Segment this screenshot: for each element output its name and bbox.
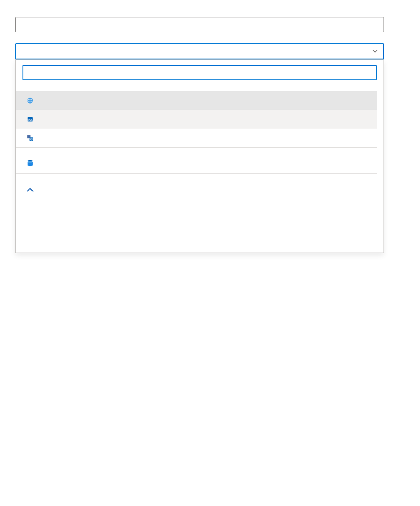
avro-icon [26,186,34,194]
sql-mi-icon: SQL [26,134,34,142]
source-type-dropdown: SQL SQL [15,59,384,253]
svg-text:SQL: SQL [28,118,33,121]
svg-point-8 [28,161,33,163]
option-azure-sql-mi[interactable]: SQL [16,129,377,147]
dropdown-filter-input[interactable] [22,65,377,80]
sql-server-icon [26,160,34,168]
dropdown-group-file [16,173,377,180]
svg-point-0 [27,98,33,104]
sql-db-icon: SQL [26,115,34,124]
svg-point-7 [28,160,33,161]
chevron-down-icon [372,48,378,54]
source-type-select[interactable] [15,43,384,59]
option-avro[interactable] [16,180,377,199]
cdc-name-input[interactable] [15,17,384,32]
dropdown-group-azure [16,84,377,91]
option-azure-cosmos-db[interactable] [16,91,377,110]
option-azure-sql-database[interactable]: SQL [16,110,377,129]
dropdown-group-database [16,147,377,155]
option-sql-server[interactable] [16,155,377,173]
cosmos-db-icon [26,96,34,105]
svg-text:SQL: SQL [29,138,34,141]
